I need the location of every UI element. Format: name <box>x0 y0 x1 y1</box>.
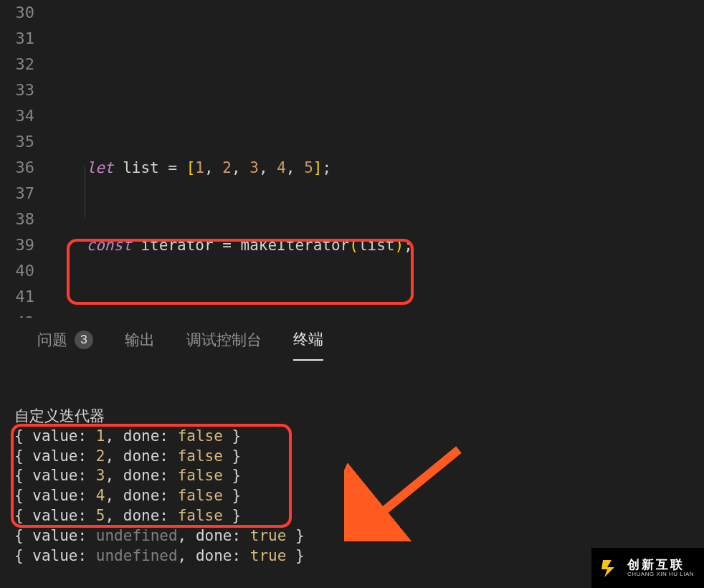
code-line[interactable]: const iterator = makeIterator(list); <box>50 232 614 258</box>
code-line[interactable] <box>50 310 614 318</box>
line-number: 36 <box>0 155 34 181</box>
tab-label: 输出 <box>125 330 155 350</box>
tab-debug-console[interactable]: 调试控制台 <box>186 330 262 360</box>
terminal-line: { value: 1, done: false } <box>14 427 704 447</box>
line-number: 34 <box>0 103 34 129</box>
tab-output[interactable]: 输出 <box>125 330 155 360</box>
terminal-line: { value: 3, done: false } <box>14 466 704 486</box>
tab-label: 调试控制台 <box>186 330 262 350</box>
line-number: 39 <box>0 232 34 258</box>
tab-terminal[interactable]: 终端 <box>293 329 323 361</box>
watermark-logo-icon <box>599 557 620 579</box>
code-editor[interactable]: 30 31 32 33 34 35 36 37 38 39 40 41 42 l… <box>0 0 704 318</box>
tab-problems[interactable]: 问题 3 <box>37 330 93 360</box>
tab-label: 问题 <box>37 330 67 350</box>
terminal-line: { value: undefined, done: true } <box>14 526 704 546</box>
watermark-subtitle: CHUANG XIN HU LIAN <box>627 572 694 577</box>
code-line[interactable]: let list = [1, 2, 3, 4, 5]; <box>50 155 614 181</box>
line-number: 37 <box>0 181 34 207</box>
line-number: 31 <box>0 26 34 52</box>
line-number: 40 <box>0 258 34 284</box>
watermark-title: 创新互联 <box>627 559 694 572</box>
line-number: 33 <box>0 77 34 103</box>
terminal-line: { value: 5, done: false } <box>14 506 704 526</box>
problems-count-badge: 3 <box>75 331 93 349</box>
terminal-line: 自定义迭代器 <box>14 407 704 427</box>
terminal-line: { value: 2, done: false } <box>14 447 704 467</box>
terminal-line: { value: 4, done: false } <box>14 486 704 506</box>
code-line[interactable] <box>50 77 614 103</box>
line-number: 30 <box>0 0 34 26</box>
line-number: 32 <box>0 52 34 77</box>
watermark: 创新互联 CHUANG XIN HU LIAN <box>591 548 704 588</box>
line-number: 35 <box>0 129 34 155</box>
code-area[interactable]: let list = [1, 2, 3, 4, 5]; const iterat… <box>50 0 614 318</box>
line-number: 42 <box>0 310 34 318</box>
line-number: 41 <box>0 284 34 310</box>
line-number: 38 <box>0 207 34 232</box>
panel-tabs: 问题 3 输出 调试控制台 终端 <box>0 318 704 361</box>
line-number-gutter: 30 31 32 33 34 35 36 37 38 39 40 41 42 <box>0 0 50 318</box>
tab-label: 终端 <box>293 329 323 349</box>
indent-guide <box>85 166 85 218</box>
